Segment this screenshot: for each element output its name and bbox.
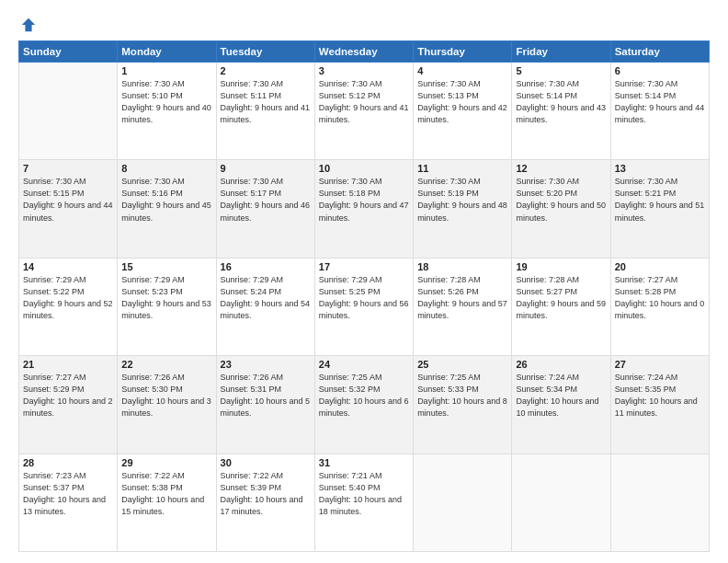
day-number: 3 — [319, 65, 409, 76]
day-info: Sunrise: 7:24 AMSunset: 5:34 PMDaylight:… — [516, 372, 606, 419]
day-info: Sunrise: 7:26 AMSunset: 5:31 PMDaylight:… — [221, 372, 311, 419]
day-info: Sunrise: 7:30 AMSunset: 5:17 PMDaylight:… — [221, 176, 311, 224]
calendar-cell — [610, 454, 709, 551]
day-number: 7 — [23, 163, 113, 174]
day-info: Sunrise: 7:30 AMSunset: 5:20 PMDaylight:… — [516, 176, 606, 224]
calendar-cell: 12Sunrise: 7:30 AMSunset: 5:20 PMDayligh… — [512, 160, 610, 258]
header — [18, 15, 710, 33]
logo-icon — [20, 17, 37, 33]
calendar-cell: 14Sunrise: 7:29 AMSunset: 5:22 PMDayligh… — [19, 258, 118, 355]
calendar-cell — [512, 454, 610, 551]
day-info: Sunrise: 7:24 AMSunset: 5:35 PMDaylight:… — [615, 372, 705, 419]
day-info: Sunrise: 7:21 AMSunset: 5:40 PMDaylight:… — [319, 470, 409, 518]
day-number: 12 — [516, 163, 606, 174]
day-info: Sunrise: 7:30 AMSunset: 5:15 PMDaylight:… — [23, 176, 113, 224]
calendar-cell: 9Sunrise: 7:30 AMSunset: 5:17 PMDaylight… — [216, 160, 314, 258]
day-number: 18 — [417, 261, 507, 272]
calendar-cell: 28Sunrise: 7:23 AMSunset: 5:37 PMDayligh… — [19, 454, 118, 551]
day-number: 29 — [121, 457, 211, 468]
day-number: 25 — [417, 359, 507, 370]
calendar-cell: 23Sunrise: 7:26 AMSunset: 5:31 PMDayligh… — [216, 356, 314, 454]
day-number: 4 — [417, 65, 507, 76]
day-number: 15 — [121, 261, 211, 272]
weekday-header-tuesday: Tuesday — [216, 41, 314, 63]
day-number: 26 — [516, 359, 606, 370]
day-info: Sunrise: 7:29 AMSunset: 5:22 PMDaylight:… — [23, 274, 113, 322]
calendar-cell: 3Sunrise: 7:30 AMSunset: 5:12 PMDaylight… — [314, 63, 413, 160]
day-info: Sunrise: 7:22 AMSunset: 5:39 PMDaylight:… — [221, 470, 311, 518]
calendar-cell: 30Sunrise: 7:22 AMSunset: 5:39 PMDayligh… — [216, 454, 314, 551]
weekday-header-row: SundayMondayTuesdayWednesdayThursdayFrid… — [19, 41, 710, 63]
calendar-cell: 15Sunrise: 7:29 AMSunset: 5:23 PMDayligh… — [118, 258, 216, 355]
calendar-cell: 6Sunrise: 7:30 AMSunset: 5:14 PMDaylight… — [610, 63, 709, 160]
calendar-cell: 2Sunrise: 7:30 AMSunset: 5:11 PMDaylight… — [216, 63, 314, 160]
calendar-cell: 16Sunrise: 7:29 AMSunset: 5:24 PMDayligh… — [216, 258, 314, 355]
day-info: Sunrise: 7:28 AMSunset: 5:27 PMDaylight:… — [516, 274, 606, 322]
calendar-cell: 22Sunrise: 7:26 AMSunset: 5:30 PMDayligh… — [118, 356, 216, 454]
day-number: 20 — [615, 261, 705, 272]
calendar-cell: 19Sunrise: 7:28 AMSunset: 5:27 PMDayligh… — [512, 258, 610, 355]
day-number: 9 — [221, 163, 311, 174]
calendar-table: SundayMondayTuesdayWednesdayThursdayFrid… — [18, 40, 710, 552]
day-info: Sunrise: 7:26 AMSunset: 5:30 PMDaylight:… — [121, 372, 211, 419]
day-info: Sunrise: 7:29 AMSunset: 5:24 PMDaylight:… — [221, 274, 311, 322]
calendar-cell: 27Sunrise: 7:24 AMSunset: 5:35 PMDayligh… — [610, 356, 709, 454]
svg-marker-0 — [22, 18, 35, 31]
calendar-cell: 25Sunrise: 7:25 AMSunset: 5:33 PMDayligh… — [414, 356, 512, 454]
day-info: Sunrise: 7:30 AMSunset: 5:13 PMDaylight:… — [417, 78, 507, 126]
calendar-cell: 29Sunrise: 7:22 AMSunset: 5:38 PMDayligh… — [118, 454, 216, 551]
day-info: Sunrise: 7:30 AMSunset: 5:10 PMDaylight:… — [121, 78, 211, 126]
logo — [18, 18, 37, 33]
calendar-week-row: 28Sunrise: 7:23 AMSunset: 5:37 PMDayligh… — [19, 454, 710, 551]
calendar-cell: 5Sunrise: 7:30 AMSunset: 5:14 PMDaylight… — [512, 63, 610, 160]
page: SundayMondayTuesdayWednesdayThursdayFrid… — [0, 0, 728, 563]
calendar-cell — [19, 63, 118, 160]
day-info: Sunrise: 7:22 AMSunset: 5:38 PMDaylight:… — [121, 470, 211, 518]
day-info: Sunrise: 7:30 AMSunset: 5:19 PMDaylight:… — [417, 176, 507, 224]
calendar-cell: 21Sunrise: 7:27 AMSunset: 5:29 PMDayligh… — [19, 356, 118, 454]
calendar-cell: 31Sunrise: 7:21 AMSunset: 5:40 PMDayligh… — [314, 454, 413, 551]
day-number: 1 — [121, 65, 211, 76]
day-number: 6 — [615, 65, 705, 76]
day-number: 13 — [615, 163, 705, 174]
day-info: Sunrise: 7:30 AMSunset: 5:16 PMDaylight:… — [121, 176, 211, 224]
day-number: 2 — [221, 65, 311, 76]
day-info: Sunrise: 7:30 AMSunset: 5:18 PMDaylight:… — [319, 176, 409, 224]
day-info: Sunrise: 7:25 AMSunset: 5:32 PMDaylight:… — [319, 372, 409, 419]
weekday-header-wednesday: Wednesday — [314, 41, 413, 63]
day-info: Sunrise: 7:23 AMSunset: 5:37 PMDaylight:… — [23, 470, 113, 518]
day-number: 21 — [23, 359, 113, 370]
day-number: 22 — [121, 359, 211, 370]
calendar-cell: 13Sunrise: 7:30 AMSunset: 5:21 PMDayligh… — [610, 160, 709, 258]
day-info: Sunrise: 7:30 AMSunset: 5:11 PMDaylight:… — [221, 78, 311, 126]
weekday-header-sunday: Sunday — [19, 41, 118, 63]
day-number: 10 — [319, 163, 409, 174]
day-number: 30 — [221, 457, 311, 468]
day-number: 19 — [516, 261, 606, 272]
calendar-cell: 10Sunrise: 7:30 AMSunset: 5:18 PMDayligh… — [314, 160, 413, 258]
weekday-header-thursday: Thursday — [414, 41, 512, 63]
day-info: Sunrise: 7:29 AMSunset: 5:25 PMDaylight:… — [319, 274, 409, 322]
calendar-cell: 7Sunrise: 7:30 AMSunset: 5:15 PMDaylight… — [19, 160, 118, 258]
day-number: 8 — [121, 163, 211, 174]
calendar-cell: 4Sunrise: 7:30 AMSunset: 5:13 PMDaylight… — [414, 63, 512, 160]
day-info: Sunrise: 7:30 AMSunset: 5:14 PMDaylight:… — [516, 78, 606, 126]
calendar-cell: 17Sunrise: 7:29 AMSunset: 5:25 PMDayligh… — [314, 258, 413, 355]
day-info: Sunrise: 7:29 AMSunset: 5:23 PMDaylight:… — [121, 274, 211, 322]
weekday-header-saturday: Saturday — [610, 41, 709, 63]
calendar-cell: 1Sunrise: 7:30 AMSunset: 5:10 PMDaylight… — [118, 63, 216, 160]
day-number: 11 — [417, 163, 507, 174]
day-info: Sunrise: 7:28 AMSunset: 5:26 PMDaylight:… — [417, 274, 507, 322]
weekday-header-friday: Friday — [512, 41, 610, 63]
day-number: 28 — [23, 457, 113, 468]
weekday-header-monday: Monday — [118, 41, 216, 63]
day-number: 5 — [516, 65, 606, 76]
day-number: 16 — [221, 261, 311, 272]
day-info: Sunrise: 7:30 AMSunset: 5:14 PMDaylight:… — [615, 78, 705, 126]
calendar-week-row: 14Sunrise: 7:29 AMSunset: 5:22 PMDayligh… — [19, 258, 710, 355]
calendar-cell: 24Sunrise: 7:25 AMSunset: 5:32 PMDayligh… — [314, 356, 413, 454]
calendar-week-row: 21Sunrise: 7:27 AMSunset: 5:29 PMDayligh… — [19, 356, 710, 454]
day-number: 23 — [221, 359, 311, 370]
day-number: 14 — [23, 261, 113, 272]
day-info: Sunrise: 7:27 AMSunset: 5:28 PMDaylight:… — [615, 274, 705, 322]
